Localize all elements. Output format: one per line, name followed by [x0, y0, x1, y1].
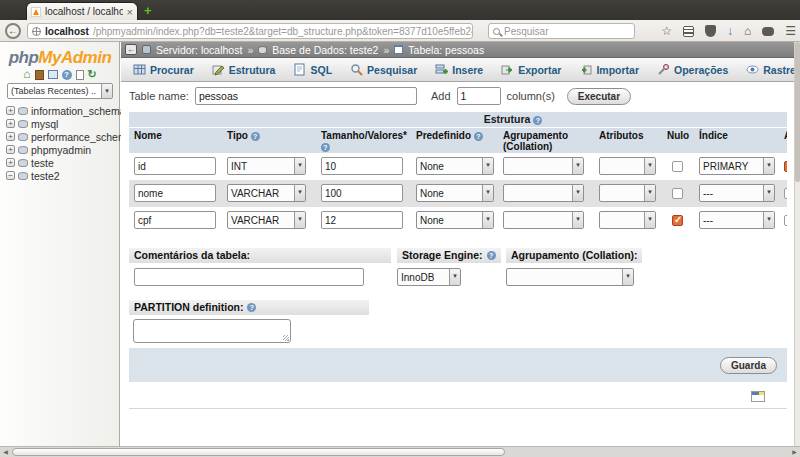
- table-name-label: Table name:: [129, 90, 189, 102]
- tree-item-phpmyadmin[interactable]: + phpmyadmin: [6, 143, 133, 156]
- tab-export[interactable]: Exportar: [495, 61, 567, 78]
- close-tab-icon[interactable]: ×: [127, 7, 133, 17]
- collation-select[interactable]: ▾: [503, 157, 584, 175]
- url-bar[interactable]: localhost /phpmyadmin/index.php?db=teste…: [27, 23, 473, 39]
- index-select[interactable]: PRIMARY▾: [699, 157, 775, 175]
- length-input[interactable]: [321, 157, 403, 175]
- recent-tables-select[interactable]: (Tabelas Recentes) .. ▾: [7, 83, 113, 99]
- nav-logout-icon[interactable]: [35, 70, 44, 80]
- column-name-input[interactable]: [134, 157, 216, 175]
- length-input[interactable]: [321, 211, 403, 229]
- tab-tracking[interactable]: Rastreando: [740, 61, 794, 78]
- browser-tab[interactable]: localhost / localhost... ×: [26, 2, 138, 20]
- help-icon[interactable]: ?: [251, 132, 260, 141]
- pocket-icon[interactable]: [705, 25, 716, 37]
- execute-button[interactable]: Executar: [567, 88, 631, 105]
- tab-import[interactable]: Importar: [573, 61, 645, 78]
- table-collation-select[interactable]: ▾: [506, 268, 634, 286]
- auto-increment-checkbox[interactable]: [784, 188, 787, 199]
- database-icon: [18, 120, 28, 128]
- index-select[interactable]: ---▾: [699, 184, 775, 202]
- type-select[interactable]: INT▾: [227, 157, 306, 175]
- phpmyadmin-logo[interactable]: phpMyAdmin: [0, 48, 120, 68]
- expand-icon[interactable]: +: [6, 132, 15, 141]
- expand-icon[interactable]: +: [6, 106, 15, 115]
- menu-icon[interactable]: ☰: [785, 23, 796, 39]
- type-select[interactable]: VARCHAR▾: [227, 184, 306, 202]
- vertical-scrollbar-thumb[interactable]: [795, 42, 800, 182]
- default-select[interactable]: None▾: [416, 211, 494, 229]
- length-input[interactable]: [321, 184, 403, 202]
- tab-sql[interactable]: SQL: [287, 61, 338, 78]
- null-checkbox[interactable]: [672, 215, 683, 226]
- scroll-right-icon[interactable]: ▶: [789, 447, 800, 457]
- auto-increment-checkbox[interactable]: [784, 161, 787, 172]
- null-checkbox[interactable]: [672, 188, 683, 199]
- back-button[interactable]: ←: [5, 23, 21, 39]
- attributes-select[interactable]: ▾: [599, 157, 656, 175]
- column-name-input[interactable]: [134, 184, 216, 202]
- collapse-icon[interactable]: −: [6, 171, 15, 180]
- vertical-scrollbar[interactable]: [794, 42, 800, 446]
- downloads-icon[interactable]: ↓: [727, 23, 733, 39]
- help-icon[interactable]: ?: [533, 116, 542, 125]
- tree-item-information-schema[interactable]: + information_schema: [6, 104, 133, 117]
- search-input[interactable]: [504, 26, 614, 37]
- default-select[interactable]: None▾: [416, 157, 494, 175]
- nav-home-icon[interactable]: ⌂: [23, 69, 30, 80]
- hello-icon[interactable]: [762, 27, 774, 36]
- collation-select[interactable]: ▾: [503, 211, 584, 229]
- breadcrumb-server[interactable]: Servidor: localhost: [156, 44, 242, 56]
- storage-engine-select[interactable]: InnoDB▾: [397, 268, 461, 286]
- nav-help-icon[interactable]: ?: [62, 70, 72, 80]
- expand-icon[interactable]: +: [6, 119, 15, 128]
- attributes-select[interactable]: ▾: [599, 211, 656, 229]
- main-content: ← Servidor: localhost » Base de Dados: t…: [121, 42, 794, 446]
- scroll-left-icon[interactable]: ◀: [0, 447, 11, 457]
- browser-search[interactable]: [488, 23, 635, 39]
- horizontal-scrollbar-thumb[interactable]: [12, 448, 505, 456]
- horizontal-scrollbar[interactable]: ◀ ▶: [0, 446, 800, 457]
- tab-browse[interactable]: Procurar: [127, 61, 200, 78]
- auto-increment-checkbox[interactable]: [784, 215, 787, 226]
- expand-icon[interactable]: +: [6, 158, 15, 167]
- tab-insert[interactable]: Insere: [429, 61, 489, 78]
- breadcrumb-back-icon[interactable]: ←: [125, 44, 137, 55]
- help-icon[interactable]: ?: [487, 251, 496, 260]
- console-window-icon[interactable]: [751, 391, 765, 402]
- tree-item-performance-schema[interactable]: + performance_schema: [6, 130, 133, 143]
- help-icon[interactable]: ?: [474, 132, 483, 141]
- help-icon[interactable]: ?: [321, 143, 330, 152]
- bookmark-star-icon[interactable]: ☆: [661, 23, 672, 39]
- save-button[interactable]: Guarda: [720, 357, 777, 374]
- type-select[interactable]: VARCHAR▾: [227, 211, 306, 229]
- help-icon[interactable]: ?: [247, 303, 256, 312]
- null-checkbox[interactable]: [672, 161, 683, 172]
- nav-sql-window-icon[interactable]: [48, 70, 58, 79]
- breadcrumb-table[interactable]: Tabela: pessoas: [408, 44, 484, 56]
- tab-operations[interactable]: Operações: [651, 61, 734, 78]
- new-tab-button[interactable]: +: [144, 3, 152, 18]
- tree-item-mysql[interactable]: + mysql: [6, 117, 133, 130]
- add-columns-input[interactable]: [457, 87, 501, 105]
- breadcrumb-database[interactable]: Base de Dados: teste2: [272, 44, 378, 56]
- default-select[interactable]: None▾: [416, 184, 494, 202]
- column-name-input[interactable]: [134, 211, 216, 229]
- tree-item-teste[interactable]: + teste: [6, 156, 133, 169]
- index-select[interactable]: ---▾: [699, 211, 775, 229]
- tab-structure[interactable]: Estrutura: [206, 61, 282, 78]
- home-icon[interactable]: ⌂: [744, 23, 751, 39]
- tree-item-teste2[interactable]: − teste2: [6, 169, 133, 182]
- tab-search[interactable]: Pesquisar: [344, 61, 423, 78]
- expand-icon[interactable]: +: [6, 145, 15, 154]
- partition-textarea[interactable]: [133, 319, 291, 343]
- table-name-input[interactable]: [195, 87, 417, 105]
- phpmyadmin-favicon-icon: [31, 7, 41, 17]
- nav-refresh-icon[interactable]: ↻: [88, 69, 97, 80]
- attributes-select[interactable]: ▾: [599, 184, 656, 202]
- nav-docs-icon[interactable]: [76, 70, 84, 80]
- url-host: localhost: [45, 26, 89, 37]
- bookmarks-icon[interactable]: [683, 26, 694, 37]
- table-comments-input[interactable]: [134, 268, 364, 286]
- collation-select[interactable]: ▾: [503, 184, 584, 202]
